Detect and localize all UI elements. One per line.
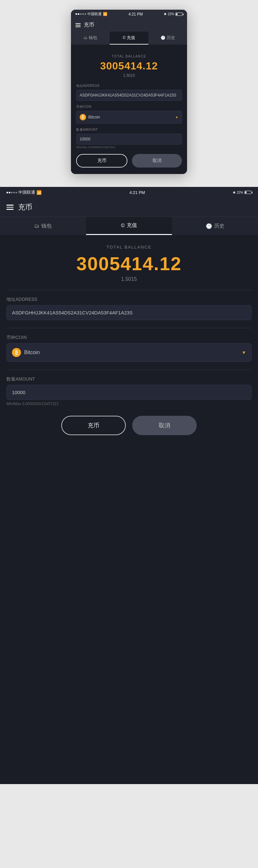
dot5 [85, 13, 86, 15]
tab-recharge-full[interactable]: © 充值 [86, 217, 172, 235]
full-dot2 [9, 192, 10, 193]
battery-percent: 22% [168, 12, 174, 16]
tab-wallet-label-full: 钱包 [41, 223, 52, 229]
full-hamburger-icon[interactable] [6, 205, 13, 210]
full-carrier-label: 中国联通 [19, 189, 35, 195]
tab-history-label-full: 历史 [214, 223, 224, 229]
recharge-icon: © [123, 35, 126, 40]
balance-label-small: TOTAL BALLANCE [76, 55, 182, 58]
full-wifi-icon: 📶 [36, 190, 42, 195]
full-recharge-icon: © [121, 223, 125, 228]
full-battery-percent: 22% [237, 191, 243, 194]
amount-hint-small: Min/Max 0.0000000/15457321 [76, 146, 182, 149]
dot2 [78, 13, 79, 15]
coin-selected-small: Bitcoin [88, 115, 100, 119]
full-dot1 [6, 192, 8, 193]
coin-dropdown-small[interactable]: ₿ Bitcoin ▼ [76, 111, 182, 124]
status-right: ✱ 22% [164, 12, 183, 16]
button-row-small: 充币 取消 [76, 154, 182, 167]
divider2 [6, 328, 252, 328]
carrier-label: 中国联通 [87, 11, 102, 17]
address-label-full: 地址ADDRESS [6, 297, 252, 303]
tab-recharge-label-full: 充值 [127, 222, 137, 229]
address-group-full: 地址ADDRESS [6, 297, 252, 320]
full-bluetooth-icon: ✱ [233, 191, 235, 194]
battery-fill [176, 13, 178, 15]
content-full: TOTAL BALLANCE 3005414.12 1.5015 地址ADDRE… [0, 235, 258, 784]
battery-icon [175, 12, 183, 16]
wifi-icon: 📶 [103, 12, 107, 16]
recharge-button-small[interactable]: 充币 [76, 154, 127, 167]
tab-wallet-small[interactable]: 🗂 钱包 [71, 32, 110, 44]
history-icon: 🕐 [161, 35, 165, 40]
amount-group-full: 数量AMOUNT Min/Max 0.0000000/15457321 [6, 376, 252, 406]
tab-wallet-full[interactable]: 🗂 钱包 [0, 217, 86, 235]
amount-hint-full: Min/Max 0.0000000/15457321 [6, 402, 252, 406]
divider3 [6, 370, 252, 370]
tab-history-label-small: 历史 [167, 35, 175, 41]
full-dropdown-left: ₿ Bitcoin [12, 348, 40, 357]
coin-group-full: 币种COIN ₿ Bitcoin ▼ [6, 335, 252, 362]
full-battery-icon [245, 191, 252, 194]
full-page: 中国联通 📶 4:21 PM ✱ 22% 充币 🗂 钱包 © 充值 🕐 [0, 187, 258, 784]
balance-sub-small: 1.5015 [76, 73, 182, 78]
tabs-full: 🗂 钱包 © 充值 🕐 历史 [0, 217, 258, 235]
amount-label-small: 数量AMOUNT [76, 127, 182, 132]
address-label-small: 地址ADDRESS [76, 84, 182, 88]
full-battery-fill [245, 191, 247, 193]
status-bar-small: 中国联通 📶 4:21 PM ✱ 22% [71, 10, 187, 19]
dot1 [75, 13, 77, 15]
chevron-down-icon-small: ▼ [175, 116, 178, 119]
status-left: 中国联通 📶 [75, 11, 107, 17]
recharge-button-full[interactable]: 充币 [61, 416, 126, 435]
address-input-full[interactable] [6, 305, 252, 320]
balance-amount-small: 3005414.12 [76, 60, 182, 72]
amount-input-small[interactable] [76, 134, 182, 145]
full-dot5 [15, 192, 17, 193]
tab-wallet-label-small: 钱包 [89, 35, 97, 41]
phone-card-small: 中国联通 📶 4:21 PM ✱ 22% 充币 🗂 钱包 © 充值 🕐 [71, 10, 187, 174]
full-bitcoin-icon: ₿ [12, 348, 21, 357]
balance-sub-full: 1.5015 [6, 276, 252, 282]
nav-header-full: 充币 [0, 198, 258, 217]
coin-dropdown-full[interactable]: ₿ Bitcoin ▼ [6, 343, 252, 362]
coin-selected-full: Bitcoin [24, 349, 40, 355]
cancel-button-small[interactable]: 取消 [132, 154, 182, 167]
wallet-icon: 🗂 [84, 35, 87, 40]
tab-recharge-label-small: 充值 [127, 35, 135, 41]
full-chevron-down-icon: ▼ [241, 350, 246, 355]
full-dot4 [13, 192, 15, 193]
full-wallet-icon: 🗂 [34, 223, 39, 229]
address-input-small[interactable] [76, 90, 182, 101]
content-small: TOTAL BALLANCE 3005414.12 1.5015 地址ADDRE… [71, 45, 187, 174]
dot4 [82, 13, 84, 15]
coin-label-small: 币种COIN [76, 104, 182, 109]
button-row-full: 充币 取消 [6, 416, 252, 435]
page-title-full: 充币 [18, 203, 32, 212]
balance-section-full: TOTAL BALLANCE 3005414.12 1.5015 [6, 235, 252, 290]
signal-dots [75, 13, 86, 15]
bitcoin-icon-small: ₿ [80, 114, 86, 120]
tabs-small: 🗂 钱包 © 充值 🕐 历史 [71, 32, 187, 45]
status-bar-full: 中国联通 📶 4:21 PM ✱ 22% [0, 187, 258, 198]
divider1 [6, 290, 252, 290]
full-status-right: ✱ 22% [233, 191, 252, 194]
full-signal-dots [6, 192, 17, 193]
tab-recharge-small[interactable]: © 充值 [110, 32, 148, 44]
hamburger-icon[interactable] [75, 23, 80, 27]
cancel-button-full[interactable]: 取消 [132, 416, 197, 435]
full-status-left: 中国联通 📶 [6, 189, 42, 195]
full-dot3 [11, 192, 12, 193]
dropdown-left-small: ₿ Bitcoin [80, 114, 100, 120]
coin-group-small: 币种COIN ₿ Bitcoin ▼ [76, 104, 182, 124]
tab-history-small[interactable]: 🕐 历史 [148, 32, 187, 44]
full-history-icon: 🕐 [206, 223, 212, 229]
tab-history-full[interactable]: 🕐 历史 [172, 217, 258, 235]
bluetooth-icon: ✱ [164, 12, 166, 16]
time-display: 4:21 PM [128, 12, 143, 17]
address-group-small: 地址ADDRESS [76, 84, 182, 101]
coin-label-full: 币种COIN [6, 335, 252, 341]
balance-section-small: TOTAL BALLANCE 3005414.12 1.5015 [76, 50, 182, 84]
nav-header-small: 充币 [71, 19, 187, 32]
amount-input-full[interactable] [6, 385, 252, 400]
